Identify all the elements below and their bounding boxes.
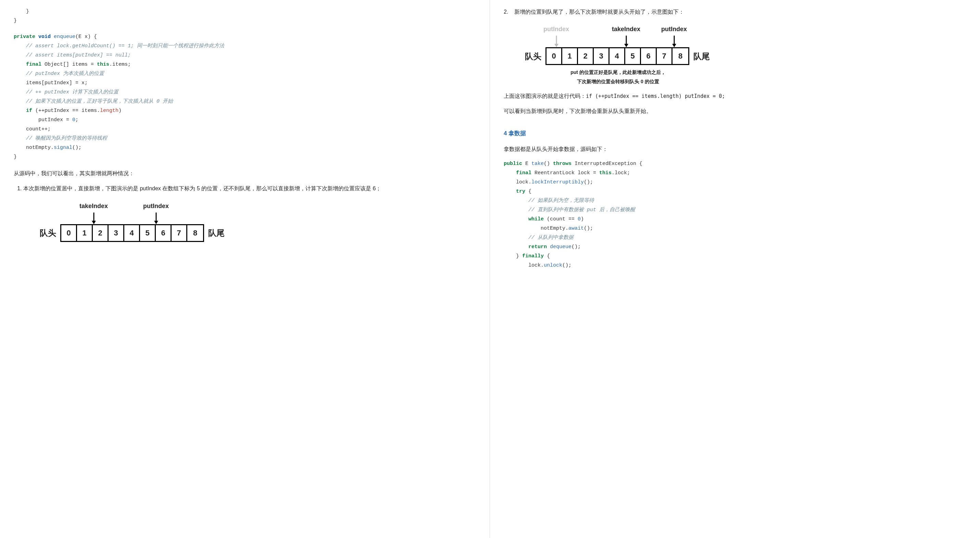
para-two-cases: 从源码中，我们可以看出，其实新增就两种情况：	[14, 168, 476, 179]
code-take: public E take() throws InterruptedExcept…	[504, 159, 966, 270]
inline-code: if (++putIndex == items.length) putIndex…	[586, 93, 725, 99]
arrow-down-icon	[624, 36, 629, 47]
head-label: 队头	[40, 225, 56, 241]
svg-marker-9	[672, 44, 676, 47]
cell: 1	[562, 48, 578, 64]
cell: 8	[187, 225, 203, 241]
svg-marker-3	[154, 221, 158, 224]
svg-marker-5	[554, 44, 558, 47]
cell: 1	[77, 225, 93, 241]
cell: 6	[156, 225, 172, 241]
cell: 0	[61, 225, 77, 241]
case-1: 本次新增的位置居中，直接新增，下图演示的是 putIndex 在数组下标为 5 …	[23, 183, 476, 241]
list-marker: 2.	[504, 7, 508, 17]
takeindex-label: takeIndex	[612, 23, 640, 35]
left-column: } } private void enqueue(E x) { // asser…	[0, 0, 490, 538]
cell: 4	[124, 225, 140, 241]
code-closing-braces: } }	[14, 7, 476, 25]
cell: 7	[172, 225, 187, 241]
tail-label: 队尾	[208, 225, 224, 241]
tail-label: 队尾	[694, 49, 710, 64]
arrow-down-icon	[153, 213, 159, 224]
svg-marker-7	[624, 44, 628, 47]
putindex-label: putIndex	[143, 200, 169, 212]
cell: 2	[93, 225, 108, 241]
cell: 0	[547, 48, 562, 64]
right-column: 2. 新增的位置到队尾了，那么下次新增时就要从头开始了，示意图如下： putIn…	[490, 0, 980, 538]
takeindex-label: takeIndex	[80, 200, 108, 212]
cells: 0 1 2 3 4 5 6 7 8	[546, 47, 689, 65]
cell: 3	[108, 225, 124, 241]
case-2: 2. 新增的位置到队尾了，那么下次新增时就要从头开始了，示意图如下：	[504, 7, 966, 17]
cell: 5	[625, 48, 641, 64]
para-demo-2: 可以看到当新增到队尾时，下次新增会重新从队头重新开始。	[504, 106, 966, 116]
cell: 4	[609, 48, 625, 64]
arrow-down-icon	[554, 36, 559, 47]
cell: 2	[578, 48, 594, 64]
code-enqueue: private void enqueue(E x) { // assert lo…	[14, 32, 476, 162]
cell: 8	[673, 48, 688, 64]
arrow-down-icon	[91, 213, 97, 224]
cell: 7	[657, 48, 673, 64]
cell: 5	[140, 225, 156, 241]
putindex-label: putIndex	[661, 23, 687, 35]
para-demo: 上面这张图演示的就是这行代码：if (++putIndex == items.l…	[504, 91, 966, 101]
diagram-1: takeIndex putIndex 队头 0 1 2	[36, 200, 476, 242]
svg-marker-1	[92, 221, 96, 224]
head-label: 队头	[525, 49, 541, 64]
cell: 3	[594, 48, 609, 64]
two-column-layout: } } private void enqueue(E x) { // asser…	[0, 0, 980, 538]
cell: 6	[641, 48, 657, 64]
arrow-down-icon	[671, 36, 677, 47]
putindex-gray-label: putIndex	[543, 23, 569, 35]
para-take: 拿数据都是从队头开始拿数据，源码如下：	[504, 144, 966, 154]
cells: 0 1 2 3 4 5 6 7 8	[60, 224, 204, 242]
diagram-2-caption: put 的位置正好是队尾，此处新增成功之后， 下次新增的位置会转移到队头 0 的…	[546, 68, 690, 86]
diagram-2: putIndex takeIndex putIndex 队头 0 1 2	[521, 23, 966, 86]
case-list: 本次新增的位置居中，直接新增，下图演示的是 putIndex 在数组下标为 5 …	[14, 183, 476, 241]
section-4-heading: 4 拿数据	[504, 128, 966, 139]
